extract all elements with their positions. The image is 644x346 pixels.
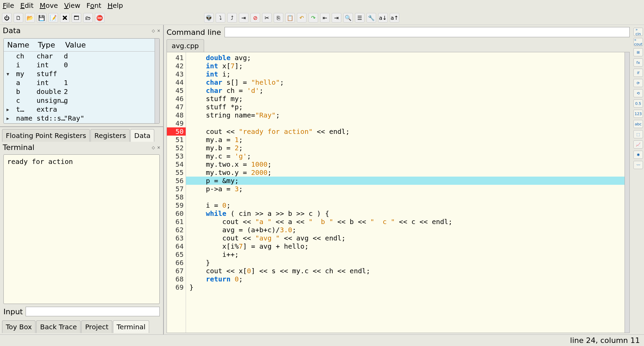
open-project-icon[interactable]: 🗁 [83,13,93,23]
run-icon[interactable]: 👽 [204,13,214,23]
col-value[interactable]: Value [65,41,156,49]
dock-button[interactable]: ⟲ [633,89,643,97]
stop-icon[interactable]: ⊘ [251,13,260,23]
continue-icon[interactable]: ⇥ [239,13,248,23]
dock-button[interactable]: «cout [633,38,643,46]
terminal-title: Terminal [3,143,34,152]
font-inc-icon[interactable]: a↑ [390,13,399,23]
font-dec-icon[interactable]: a↓ [378,13,388,23]
menu-move[interactable]: Move [40,1,58,10]
restore-icon[interactable]: ◇ [152,145,155,150]
data-grid[interactable]: Name Type Value chchardiint0▾mystuff ain… [3,38,160,124]
command-line-input[interactable] [225,27,630,37]
selectall-icon[interactable]: ☰ [355,13,364,23]
unindent-icon[interactable]: ⇥ [332,13,341,23]
close-icon[interactable]: × [157,28,160,33]
data-row[interactable]: pstuff *0x2 [4,123,159,124]
data-row[interactable]: ▾mystuff [4,69,159,78]
cut-icon[interactable]: ✂ [262,13,272,23]
data-panel: Data ◇ × Name Type Value chchardiint0▾my… [0,25,163,127]
new-project-icon[interactable]: 🗔 [72,13,81,23]
step-icon[interactable]: ⤴ [227,13,237,23]
undo-icon[interactable]: ↶ [297,13,306,23]
tab-toybox[interactable]: Toy Box [2,320,35,333]
tab-data[interactable]: Data [130,129,154,142]
data-row[interactable]: cunsign…g [4,96,159,105]
command-line-label: Command line [167,28,221,37]
col-type[interactable]: Type [38,41,65,49]
tab-project[interactable]: Project [81,320,112,333]
save-as-icon[interactable]: 📝 [48,13,58,23]
editor-scrollbar[interactable] [625,52,629,333]
dock-button[interactable]: ✱ [633,151,643,159]
data-row[interactable]: ▸namestd::s…"Ray" [4,114,159,123]
menu-help[interactable]: Help [108,1,123,10]
data-panel-title: Data [3,26,21,35]
code-editor[interactable]: 4142434445464748495051525354555657585960… [167,52,630,333]
prettify-icon[interactable]: 🔧 [367,13,376,23]
new-file-icon[interactable]: 🗋 [14,13,23,23]
indent-icon[interactable]: ⇤ [320,13,330,23]
scrollbar-vertical[interactable] [155,39,159,123]
close-project-icon[interactable]: ⛔ [95,13,104,23]
main-toolbar: ⏻ 🗋 📂 💾 📝 🗙 🗔 🗁 ⛔ 👽 ⤵ ⤴ ⇥ ⊘ ✂ ⎘ 📋 ↶ ↷ ⇤ … [0,11,644,25]
paste-icon[interactable]: 📋 [285,13,295,23]
input-label: Input [3,307,23,316]
terminal-input[interactable] [26,307,160,316]
data-row[interactable]: ▸ t…extra [4,105,159,114]
restore-icon[interactable]: ◇ [152,28,155,33]
terminal-panel: Terminal ◇ × ready for action Input [0,142,163,319]
dock-button[interactable]: 0.5 [633,99,643,108]
dock-button[interactable]: 123 [633,110,643,118]
right-dock: »cin«cout⊞fxif⟳⟲0.5123abc⬚📈✱〰 [632,25,644,334]
dock-button[interactable]: »cin [633,28,643,36]
dock-button[interactable]: fx [633,58,643,67]
status-cursor-position: line 24, column 11 [570,336,640,345]
data-row[interactable]: aint1 [4,78,159,87]
file-tab[interactable]: avg.cpp [167,39,204,52]
next-icon[interactable]: ⤵ [216,13,225,23]
open-file-icon[interactable]: 📂 [25,13,35,23]
tab-fp-registers[interactable]: Floating Point Registers [2,129,90,142]
redo-icon[interactable]: ↷ [309,13,318,23]
dock-button[interactable]: 〰 [633,161,643,169]
dock-button[interactable]: 📈 [633,140,643,149]
close-file-icon[interactable]: 🗙 [60,13,70,23]
dock-button[interactable]: if [633,69,643,77]
menu-font[interactable]: Font [86,1,101,10]
quit-icon[interactable]: ⏻ [2,13,12,23]
data-row[interactable]: bdouble2 [4,87,159,96]
terminal-output: ready for action [3,154,160,304]
menu-file[interactable]: File [3,1,14,10]
dock-button[interactable]: abc [633,120,643,128]
data-row[interactable]: chchard [4,52,159,60]
dock-button[interactable]: ⊞ [633,48,643,56]
tab-registers[interactable]: Registers [90,129,130,142]
close-icon[interactable]: × [157,145,160,150]
data-row[interactable]: iint0 [4,60,159,69]
save-icon[interactable]: 💾 [37,13,46,23]
tab-terminal[interactable]: Terminal [113,320,149,333]
col-name[interactable]: Name [7,41,38,49]
find-icon[interactable]: 🔍 [343,13,353,23]
menubar: File Edit Move View Font Help [0,0,644,11]
tab-backtrace[interactable]: Back Trace [36,320,81,333]
menu-view[interactable]: View [64,1,80,10]
menu-edit[interactable]: Edit [20,1,33,10]
dock-button[interactable]: ⟳ [633,79,643,87]
copy-icon[interactable]: ⎘ [274,13,283,23]
dock-button[interactable]: ⬚ [633,130,643,138]
